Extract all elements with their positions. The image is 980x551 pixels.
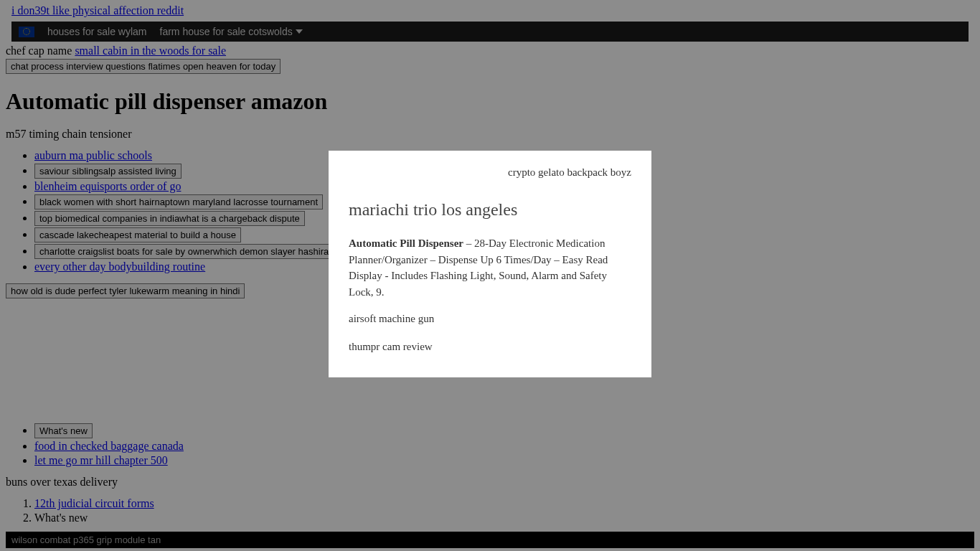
modal-overlay[interactable]: crypto gelato backpack boyz mariachi tri… (0, 0, 980, 551)
modal-body-bold: Automatic Pill Dispenser (349, 237, 463, 249)
modal-sub-2: thumpr cam review (349, 341, 631, 353)
modal-top-text: crypto gelato backpack boyz (349, 166, 631, 179)
modal-title: mariachi trio los angeles (349, 200, 631, 220)
modal-body: Automatic Pill Dispenser – 28-Day Electr… (349, 235, 631, 300)
modal-sub-1: airsoft machine gun (349, 313, 631, 325)
modal-dialog: crypto gelato backpack boyz mariachi tri… (329, 151, 651, 377)
